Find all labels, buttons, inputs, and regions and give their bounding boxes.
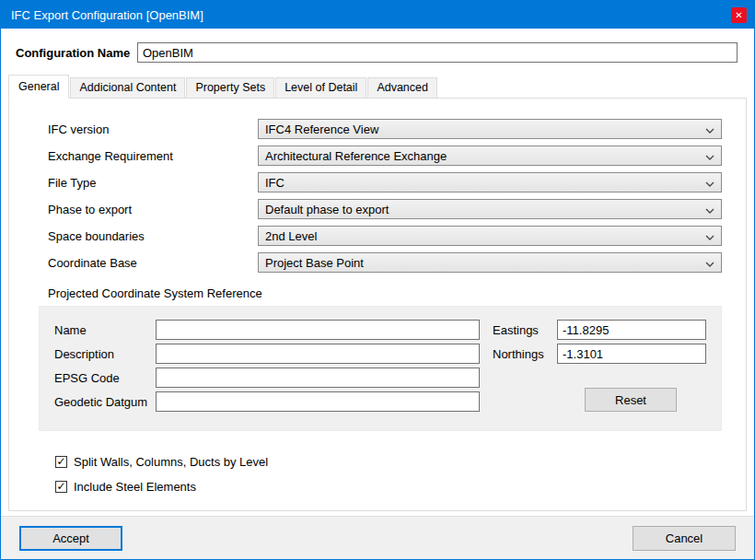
close-button[interactable]: ✕ — [731, 7, 747, 23]
northings-input[interactable] — [557, 344, 706, 364]
file-type-value: IFC — [265, 176, 705, 190]
eastings-label: Eastings — [493, 323, 557, 337]
ifc-version-value: IFC4 Reference View — [265, 122, 705, 136]
tab-advanced[interactable]: Advanced — [367, 77, 437, 99]
coordinate-right-column: Eastings Northings Reset — [493, 320, 706, 415]
geodetic-datum-input[interactable] — [156, 391, 480, 412]
cancel-button[interactable]: Cancel — [633, 526, 736, 551]
tab-strip: General Addicional Content Property Sets… — [8, 75, 747, 99]
chevron-down-icon — [705, 176, 714, 190]
field-row-epsg-code: EPSG Code — [54, 368, 480, 388]
exchange-requirement-value: Architectural Reference Exchange — [265, 149, 705, 163]
geodetic-datum-label: Geodetic Datgum — [54, 395, 156, 409]
epsg-code-label: EPSG Code — [54, 371, 156, 385]
titlebar: IFC Export Configuration [OpenBIM] ✕ — [1, 1, 754, 29]
description-input[interactable] — [156, 344, 480, 364]
epsg-code-input[interactable] — [156, 368, 480, 388]
field-row-name: Name — [54, 320, 480, 340]
config-name-row: Configuration Name — [1, 29, 754, 75]
chevron-down-icon — [705, 122, 714, 136]
name-input[interactable] — [156, 320, 480, 340]
chevron-down-icon — [705, 149, 714, 163]
coordinate-base-label: Coordinate Base — [48, 256, 258, 270]
close-icon: ✕ — [735, 7, 742, 23]
coordinate-base-dropdown[interactable]: Project Base Point — [258, 252, 722, 273]
file-type-dropdown[interactable]: IFC — [258, 172, 722, 192]
include-steel-checkbox[interactable]: ✓ — [55, 481, 67, 493]
tab-general[interactable]: General — [8, 75, 69, 99]
field-row-exchange-requirement: Exchange Requirement Architectural Refer… — [48, 146, 722, 166]
config-name-input[interactable] — [137, 42, 738, 63]
check-row-include-steel: ✓ Include Steel Elements — [55, 480, 746, 494]
field-row-ifc-version: IFC version IFC4 Reference View — [48, 119, 722, 139]
tab-addicional-content[interactable]: Addicional Content — [70, 77, 185, 99]
reset-button[interactable]: Reset — [585, 388, 677, 412]
exchange-requirement-dropdown[interactable]: Architectural Reference Exchange — [258, 146, 722, 166]
description-label: Description — [54, 347, 156, 361]
ifc-version-dropdown[interactable]: IFC4 Reference View — [258, 119, 722, 139]
config-name-label: Configuration Name — [16, 46, 137, 60]
footer-bar: Accept Cancel — [1, 516, 754, 559]
checkmark-icon: ✓ — [56, 481, 65, 493]
projected-coordinate-group: Projected Coordinate System Reference Na… — [39, 286, 722, 431]
field-row-phase-to-export: Phase to export Default phase to export — [48, 199, 722, 219]
chevron-down-icon — [705, 229, 714, 243]
field-row-description: Description — [54, 344, 480, 364]
tab-panel-general: IFC version IFC4 Reference View Exchange… — [8, 98, 747, 511]
field-row-coordinate-base: Coordinate Base Project Base Point — [48, 252, 722, 273]
ifc-version-label: IFC version — [48, 122, 258, 136]
coordinate-base-value: Project Base Point — [265, 256, 705, 270]
phase-to-export-dropdown[interactable]: Default phase to export — [258, 199, 722, 219]
accept-button[interactable]: Accept — [19, 526, 122, 551]
checkbox-section: ✓ Split Walls, Columns, Ducts by Level ✓… — [55, 455, 746, 494]
field-row-space-boundaries: Space boundaries 2nd Level — [48, 226, 722, 246]
ifc-export-dialog: IFC Export Configuration [OpenBIM] ✕ Con… — [0, 0, 755, 560]
northings-label: Northings — [493, 347, 557, 361]
window-title: IFC Export Configuration [OpenBIM] — [11, 8, 203, 22]
space-boundaries-value: 2nd Level — [265, 229, 705, 243]
space-boundaries-dropdown[interactable]: 2nd Level — [258, 226, 722, 246]
coordinate-left-column: Name Description EPSG Code Geodetic Datg… — [54, 320, 480, 415]
phase-to-export-value: Default phase to export — [265, 203, 705, 216]
file-type-label: File Type — [48, 176, 258, 190]
projected-coordinate-group-title: Projected Coordinate System Reference — [48, 286, 722, 300]
exchange-requirement-label: Exchange Requirement — [48, 149, 258, 163]
check-row-split-walls: ✓ Split Walls, Columns, Ducts by Level — [55, 455, 746, 469]
include-steel-checkbox-label: Include Steel Elements — [74, 480, 196, 494]
eastings-input[interactable] — [557, 320, 706, 340]
projected-coordinate-group-box: Name Description EPSG Code Geodetic Datg… — [39, 306, 722, 431]
name-label: Name — [54, 323, 156, 337]
field-row-geodetic-datum: Geodetic Datgum — [54, 391, 480, 412]
field-row-northings: Northings — [493, 344, 706, 364]
split-walls-checkbox[interactable]: ✓ — [55, 456, 67, 468]
chevron-down-icon — [705, 203, 714, 216]
tab-property-sets[interactable]: Property Sets — [186, 77, 274, 99]
chevron-down-icon — [705, 256, 714, 270]
space-boundaries-label: Space boundaries — [48, 229, 258, 243]
checkmark-icon: ✓ — [56, 456, 65, 468]
phase-to-export-label: Phase to export — [48, 203, 258, 216]
field-row-eastings: Eastings — [493, 320, 706, 340]
split-walls-checkbox-label: Split Walls, Columns, Ducts by Level — [74, 455, 268, 469]
tab-level-of-detail[interactable]: Level of Detail — [275, 77, 366, 99]
field-row-file-type: File Type IFC — [48, 172, 722, 192]
